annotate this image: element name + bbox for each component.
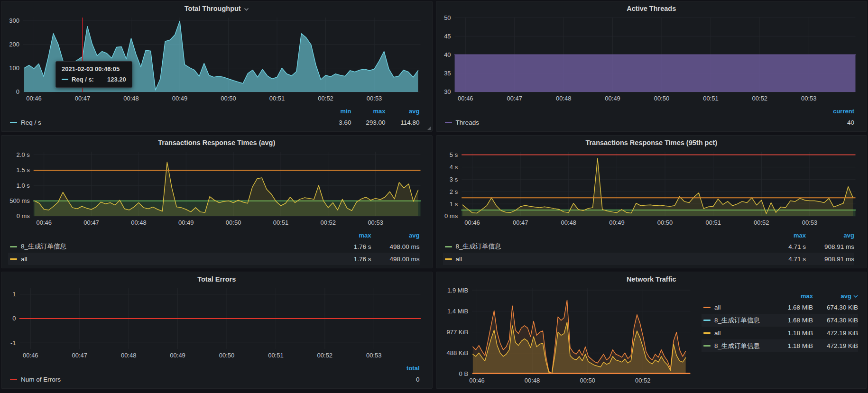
legend-col-header-current[interactable]: current <box>820 108 854 115</box>
legend-value: 1.18 MiB <box>768 342 813 349</box>
network-traffic-chart-svg[interactable]: 0 B488 KiB977 KiB1.4 MiB1.9 MiB00:4600:4… <box>441 284 697 385</box>
series-color-dash-icon <box>10 246 17 247</box>
legend-value: 908.91 ms <box>806 243 854 250</box>
legend-value: 114.80 <box>386 119 420 126</box>
panel-header: Total Throughput <box>1 1 432 14</box>
legend-rows: all1.68 MiB674.30 KiB8_生成订单信息1.68 MiB674… <box>702 301 858 352</box>
legend-series-name[interactable]: 8_生成订单信息 <box>10 242 323 251</box>
legend-series-name[interactable]: all <box>703 304 768 311</box>
svg-text:00:51: 00:51 <box>269 95 285 102</box>
legend-col-header-avg[interactable]: avg <box>806 232 854 239</box>
legend-active-threads: currentThreads40 <box>436 103 867 131</box>
response-times-95pct-chart[interactable]: 0 ms1 s2 s3 s4 s5 s00:4600:4700:4800:490… <box>441 148 862 228</box>
legend-value: 472.19 KiB <box>813 342 858 349</box>
legend-series-name[interactable]: 8_生成订单信息 <box>445 242 758 251</box>
legend-series-name[interactable]: 8_生成订单信息 <box>703 342 768 350</box>
panel-title-response-times-95pct[interactable]: Transactions Response Times (95th pct) <box>582 137 721 146</box>
legend-series-name[interactable]: all <box>445 256 758 263</box>
total-errors-chart-svg[interactable]: -10100:4600:4700:4800:4900:5000:5100:520… <box>6 284 427 360</box>
response-times-95pct-chart-svg[interactable]: 0 ms1 s2 s3 s4 s5 s00:4600:4700:4800:490… <box>441 148 862 228</box>
chart-tooltip: 2021-02-03 00:46:05 Req / s: 123.20 <box>55 61 132 88</box>
panel-title-response-times-avg[interactable]: Transactions Response Times (avg) <box>154 137 279 146</box>
svg-text:500 ms: 500 ms <box>9 197 30 204</box>
threads-chart[interactable]: 303540455000:4600:4700:4800:4900:5000:51… <box>441 14 862 103</box>
legend-series-label: all <box>21 256 28 263</box>
legend-series-label: 8_生成订单信息 <box>456 242 501 251</box>
svg-text:00:46: 00:46 <box>26 95 42 102</box>
panel-title-total-throughput[interactable]: Total Throughput <box>181 3 253 12</box>
panel-title-text: Total Errors <box>197 275 236 283</box>
svg-text:00:50: 00:50 <box>580 377 595 384</box>
legend-col-header-avg[interactable]: avg <box>371 232 420 239</box>
network-panel-body: 0 B488 KiB977 KiB1.4 MiB1.9 MiB00:4600:4… <box>436 284 867 388</box>
legend-col-header-label: max <box>359 232 371 239</box>
svg-text:00:51: 00:51 <box>268 352 284 359</box>
series-color-dash-icon <box>703 332 711 334</box>
panel-resize-handle[interactable] <box>427 127 431 130</box>
legend-value: 40 <box>820 119 854 126</box>
svg-text:1.9 MiB: 1.9 MiB <box>447 287 468 294</box>
svg-text:00:49: 00:49 <box>605 95 620 102</box>
svg-text:00:47: 00:47 <box>512 219 528 226</box>
svg-text:00:48: 00:48 <box>121 352 137 359</box>
svg-text:00:53: 00:53 <box>801 95 817 102</box>
svg-text:00:46: 00:46 <box>458 95 473 102</box>
series-color-dash-icon <box>703 307 711 308</box>
legend-series-name[interactable]: Num of Errors <box>10 376 386 383</box>
legend-value: 1.76 s <box>323 256 371 263</box>
legend-series-label: Num of Errors <box>21 376 61 383</box>
throughput-chart[interactable]: 010020030000:4600:4700:4800:4900:5000:51… <box>6 14 427 103</box>
svg-text:1.0 s: 1.0 s <box>17 182 30 189</box>
legend-col-header-label: max <box>373 108 385 115</box>
legend-col-header-avg[interactable]: avg <box>386 108 420 115</box>
panel-title-active-threads[interactable]: Active Threads <box>623 3 680 12</box>
panel-title-total-errors[interactable]: Total Errors <box>194 274 240 283</box>
panel-title-text: Network Traffic <box>627 275 676 283</box>
legend-col-header-total[interactable]: total <box>386 365 420 372</box>
legend-series-row: all1.18 MiB472.19 KiB <box>702 327 858 339</box>
svg-text:00:51: 00:51 <box>273 219 289 226</box>
tooltip-series-name: Req / s: <box>72 76 94 83</box>
svg-text:1: 1 <box>12 291 16 298</box>
response-times-avg-chart[interactable]: 0 ms500 ms1.0 s1.5 s2.0 s00:4600:4700:48… <box>6 148 427 228</box>
legend-series-row: Num of Errors0 <box>8 373 420 385</box>
legend-series-name[interactable]: 8_生成订单信息 <box>703 316 768 325</box>
legend-col-header-max[interactable]: max <box>757 232 806 239</box>
panel-response-times-avg: Transactions Response Times (avg) 0 ms50… <box>1 135 433 268</box>
response-times-avg-chart-svg[interactable]: 0 ms500 ms1.0 s1.5 s2.0 s00:4600:4700:48… <box>6 148 427 228</box>
svg-text:00:51: 00:51 <box>703 95 719 102</box>
svg-text:1 s: 1 s <box>449 201 458 208</box>
legend-series-name[interactable]: Threads <box>445 119 821 126</box>
legend-series-name[interactable]: Req / s <box>10 119 317 126</box>
legend-col-header-min[interactable]: min <box>317 108 351 115</box>
legend-col-header-max[interactable]: max <box>351 108 386 115</box>
throughput-chart-svg[interactable]: 010020030000:4600:4700:4800:4900:5000:51… <box>6 14 427 103</box>
legend-series-name[interactable]: all <box>703 329 768 337</box>
svg-text:00:52: 00:52 <box>752 95 767 102</box>
threads-chart-svg[interactable]: 303540455000:4600:4700:4800:4900:5000:51… <box>441 14 862 103</box>
panel-active-threads: Active Threads 303540455000:4600:4700:48… <box>436 1 868 132</box>
panel-header: Active Threads <box>436 1 867 14</box>
svg-text:00:53: 00:53 <box>367 95 382 102</box>
legend-series-name[interactable]: all <box>10 256 323 263</box>
legend-value: 674.30 KiB <box>813 304 858 311</box>
legend-value: 4.71 s <box>757 243 806 250</box>
svg-text:0: 0 <box>12 315 16 322</box>
legend-value: 498.00 ms <box>371 256 420 263</box>
legend-series-label: all <box>714 304 721 311</box>
legend-rows: 8_生成订单信息4.71 s908.91 msall4.71 s908.91 m… <box>443 240 855 265</box>
series-color-dash-icon <box>62 79 68 80</box>
legend-series-label: Req / s <box>21 119 41 126</box>
panel-network-traffic: Network Traffic 0 B488 KiB977 KiB1.4 MiB… <box>436 272 868 389</box>
panel-title-network-traffic[interactable]: Network Traffic <box>623 274 680 283</box>
dashboard-grid: Total Throughput 010020030000:4600:4700:… <box>0 0 868 393</box>
panel-total-throughput: Total Throughput 010020030000:4600:4700:… <box>1 1 433 132</box>
panel-title-text: Active Threads <box>627 5 676 12</box>
svg-text:00:49: 00:49 <box>609 219 625 226</box>
legend-col-header-avg[interactable]: avg <box>813 292 858 300</box>
legend-col-header-label: avg <box>409 108 419 115</box>
legend-col-header-max[interactable]: max <box>323 232 371 239</box>
legend-col-header-max[interactable]: max <box>768 292 813 300</box>
network-traffic-chart[interactable]: 0 B488 KiB977 KiB1.4 MiB1.9 MiB00:4600:4… <box>441 284 697 385</box>
total-errors-chart[interactable]: -10100:4600:4700:4800:4900:5000:5100:520… <box>6 284 427 360</box>
